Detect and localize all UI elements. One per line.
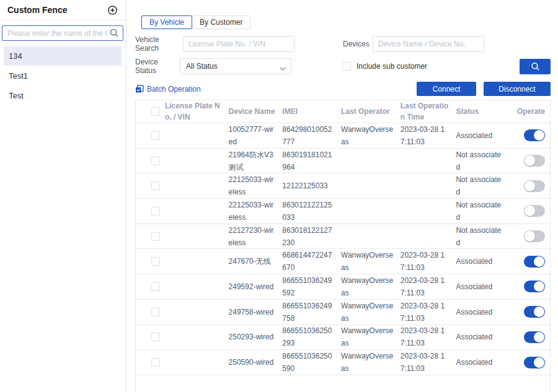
associate-toggle[interactable] (524, 155, 545, 167)
device-table-row: 22125033-wireless 12122125033 Not associ… (136, 173, 550, 199)
cell-status: Associated (456, 255, 510, 268)
cell-status: Associated (456, 281, 510, 293)
cell-last-operation-time: 2023-03-28 17:11:03 (401, 274, 456, 299)
associate-toggle[interactable] (524, 180, 545, 192)
fence-list-item[interactable]: Test (4, 86, 122, 105)
main-panel: By Vehicle By Customer Vehicle Search De… (126, 0, 558, 392)
fence-list: 134 Test1 Test (0, 46, 126, 105)
cell-last-operator: WanwayOverseas (341, 249, 401, 274)
associate-toggle[interactable] (524, 256, 545, 268)
cell-last-operation-time: 2023-03-28 17:11:03 (401, 350, 456, 375)
cell-imei: 668614472247670 (282, 249, 341, 274)
batch-operation-link[interactable]: Batch Operation (135, 85, 201, 94)
fence-search (2, 25, 123, 41)
cell-last-operation-time: 2023-03-28 17:11:03 (401, 249, 456, 274)
connect-button[interactable]: Connect (417, 82, 476, 96)
toggle-knob (525, 181, 535, 191)
batch-operation-label: Batch Operation (147, 85, 201, 94)
device-table-body: 10052777-wired 864298010052777 WanwayOve… (136, 123, 550, 375)
batch-operation-icon (135, 85, 144, 94)
devices-label: Devices (343, 40, 373, 48)
row-checkbox[interactable] (151, 333, 160, 341)
cell-device-name: 249592-wired (229, 281, 283, 293)
add-fence-button[interactable] (107, 4, 118, 15)
fence-sidebar: Custom Fence 134 Test1 Test (0, 0, 126, 392)
fence-item-label: 134 (9, 51, 22, 61)
associate-toggle[interactable] (524, 357, 545, 368)
row-checkbox[interactable] (151, 232, 160, 241)
device-table-row: 21964防水V3测试 863019181021964 Not associat… (136, 149, 550, 174)
cell-last-operation-time: 2023-03-28 17:11:03 (401, 300, 456, 324)
include-sub-customer-label: Include sub customer (356, 62, 427, 71)
device-status-label: Device Status (135, 58, 180, 75)
device-table-row: 249758-wired 866551036249758 WanwayOvers… (136, 300, 550, 325)
associate-toggle[interactable] (524, 331, 545, 343)
fence-search-input[interactable] (2, 25, 123, 41)
cell-imei: 866551036250293 (282, 324, 341, 349)
search-icon[interactable] (109, 28, 119, 40)
cell-imei: 863018122127230 (282, 224, 341, 249)
row-checkbox[interactable] (151, 358, 160, 367)
cell-last-operation-time: 2023-03-28 17:11:03 (401, 123, 456, 148)
toggle-knob (525, 231, 535, 242)
device-status-select[interactable]: All Status (180, 58, 291, 74)
cell-last-operator: WanwayOverseas (341, 123, 401, 148)
devices-input[interactable] (373, 36, 484, 52)
toggle-knob (534, 130, 544, 141)
cell-status: Not associated (456, 149, 510, 173)
row-checkbox[interactable] (151, 257, 160, 266)
cell-status: Associated (456, 306, 510, 318)
fence-list-item[interactable]: Test1 (4, 66, 122, 85)
cell-imei: 12122125033 (282, 180, 341, 192)
associate-toggle[interactable] (524, 306, 545, 318)
app-window: Custom Fence 134 Test1 Test By Vehicle B… (0, 0, 558, 392)
cell-imei: 863019181021964 (282, 149, 341, 173)
device-table-row: 22125033-wireless 863012122125033 Not as… (136, 199, 550, 224)
filter-row-2: Device Status All Status Include sub cus… (135, 58, 551, 74)
cell-device-name: 22125033-wireless (229, 173, 283, 198)
device-table-row: 10052777-wired 864298010052777 WanwayOve… (136, 123, 550, 149)
search-icon (531, 62, 540, 71)
sidebar-title: Custom Fence (7, 5, 67, 15)
cell-last-operator: WanwayOverseas (341, 274, 401, 299)
include-sub-customer-checkbox[interactable] (342, 62, 351, 71)
associate-toggle[interactable] (524, 205, 545, 217)
fence-list-item[interactable]: 134 (4, 46, 122, 66)
associate-toggle[interactable] (524, 281, 545, 292)
actions-row: Batch Operation Connect Disconnect (135, 82, 551, 96)
tab-by-vehicle[interactable]: By Vehicle (141, 15, 192, 29)
row-checkbox[interactable] (151, 282, 160, 291)
toggle-knob (525, 206, 535, 216)
col-header-device-name: Device Name (229, 106, 283, 117)
col-header-imei: IMEI (282, 106, 341, 117)
sidebar-header: Custom Fence (0, 0, 126, 20)
row-checkbox[interactable] (151, 157, 160, 165)
fence-item-label: Test (9, 91, 24, 100)
cell-last-operator: WanwayOverseas (341, 324, 401, 349)
search-button[interactable] (520, 59, 551, 74)
vehicle-search-input[interactable] (183, 36, 294, 52)
include-sub-customer-option[interactable]: Include sub customer (342, 62, 427, 71)
row-checkbox[interactable] (151, 308, 160, 316)
associate-toggle[interactable] (524, 129, 545, 141)
cell-status: Associated (456, 356, 510, 368)
toggle-knob (534, 357, 544, 368)
cell-status: Not associated (456, 173, 510, 198)
toggle-knob (534, 307, 544, 317)
col-header-license: License Plate No. / VIN (165, 100, 229, 123)
cell-imei: 866551036250590 (282, 350, 341, 375)
associate-toggle[interactable] (524, 230, 545, 242)
cell-imei: 864298010052777 (282, 123, 341, 148)
cell-status: Associated (456, 129, 510, 142)
chevron-down-icon (280, 64, 286, 73)
row-checkbox[interactable] (151, 131, 160, 140)
cell-imei: 863012122125033 (282, 199, 341, 224)
device-table-row: 247670-无线 668614472247670 WanwayOverseas… (136, 249, 550, 274)
tab-by-customer[interactable]: By Customer (192, 15, 250, 29)
view-tabs: By Vehicle By Customer (141, 15, 551, 29)
disconnect-button[interactable]: Disconnect (484, 82, 551, 96)
device-table-row: 250590-wired 866551036250590 WanwayOvers… (136, 350, 550, 375)
row-checkbox[interactable] (151, 181, 160, 190)
row-checkbox[interactable] (151, 207, 160, 216)
select-all-checkbox[interactable] (151, 107, 160, 116)
